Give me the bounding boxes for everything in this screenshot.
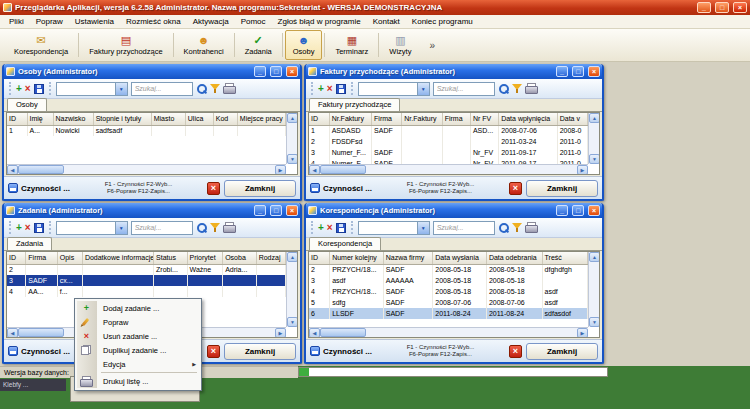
field-combobox[interactable]: ▼ — [56, 82, 128, 96]
table-row[interactable]: 4AA...f... — [7, 286, 286, 297]
menu-item-edycja[interactable]: Edycja ▶ — [76, 357, 200, 371]
menu-item-rozmiesc-okna[interactable]: Rozmieść okna — [120, 17, 187, 26]
tab[interactable]: Korespondencja — [309, 237, 381, 250]
toolbar-wizyty[interactable]: ▥ Wizyty — [381, 30, 419, 60]
menu-item-dodaj-zadanie[interactable]: + Dodaj zadanie ... — [76, 301, 200, 315]
column-header[interactable]: Firma — [442, 113, 470, 125]
scroll-up-icon[interactable]: ▲ — [589, 113, 600, 123]
child-titlebar[interactable]: Korespondencja (Administrator) _ □ × — [306, 203, 602, 218]
column-header[interactable]: ID — [309, 113, 329, 125]
close-record-icon[interactable]: × — [207, 345, 220, 358]
minimize-button[interactable]: _ — [556, 205, 568, 216]
vertical-scrollbar[interactable]: ▲ ▼ — [588, 252, 599, 327]
child-titlebar[interactable]: Zadania (Administrator) _ □ × — [4, 203, 300, 218]
scroll-up-icon[interactable]: ▲ — [287, 113, 298, 123]
tab[interactable]: Faktury przychodzące — [309, 98, 400, 111]
add-record-icon[interactable]: + — [16, 223, 22, 233]
table-row[interactable]: 1ASDASDSADFASD...2008-07-062008-0 — [309, 125, 588, 136]
actions-button[interactable]: Czynności ... — [8, 346, 70, 356]
menu-item-usun-zadanie[interactable]: × Usuń zadanie ... — [76, 329, 200, 343]
column-header[interactable]: Firma — [26, 252, 57, 264]
maximize-button[interactable]: □ — [572, 66, 584, 77]
scroll-left-icon[interactable]: ◀ — [309, 165, 320, 175]
field-combobox[interactable]: ▼ — [358, 82, 430, 96]
data-grid[interactable]: IDNr.FakturyFirmaNr.FakturyFirmaNr FVDat… — [309, 113, 588, 164]
minimize-button[interactable]: _ — [556, 66, 568, 77]
search-icon[interactable] — [498, 222, 509, 233]
search-icon[interactable] — [196, 83, 207, 94]
menu-item-aktywacja[interactable]: Aktywacja — [187, 17, 235, 26]
minimize-button[interactable]: _ — [697, 2, 711, 13]
search-icon[interactable] — [498, 83, 509, 94]
save-icon[interactable] — [336, 84, 346, 94]
table-row[interactable]: 6LLSDFSADF2011-08-242011-08-24sdfasdof — [309, 308, 588, 319]
column-header[interactable]: Dodatkowe informacje — [82, 252, 153, 264]
print-icon[interactable] — [223, 222, 235, 233]
save-icon[interactable] — [34, 223, 44, 233]
table-row[interactable]: 1A...Nowickisadfsadf — [7, 125, 286, 136]
scroll-right-icon[interactable]: ▶ — [275, 165, 286, 175]
scroll-thumb[interactable] — [18, 165, 64, 174]
column-header[interactable]: Miejsce pracy — [237, 113, 285, 125]
search-input[interactable] — [433, 221, 495, 235]
close-window-button[interactable]: Zamknij — [526, 180, 598, 197]
delete-record-icon[interactable]: × — [25, 223, 31, 233]
close-button[interactable]: × — [286, 205, 298, 216]
close-button[interactable]: × — [588, 205, 600, 216]
scroll-thumb[interactable] — [18, 328, 64, 337]
toolbar-faktury-przychodzace[interactable]: ▤ Faktury przychodzące — [81, 30, 170, 60]
close-window-button[interactable]: Zamknij — [224, 343, 296, 360]
scroll-right-icon[interactable]: ▶ — [577, 165, 588, 175]
child-titlebar[interactable]: Faktury przychodzące (Administrator) _ □… — [306, 64, 602, 79]
toolbar-overflow-chevron[interactable]: » — [429, 40, 435, 51]
toolbar-terminarz[interactable]: ▦ Terminarz — [327, 30, 376, 60]
vertical-scrollbar[interactable]: ▲ ▼ — [588, 113, 599, 164]
print-icon[interactable] — [525, 83, 537, 94]
close-button[interactable]: × — [588, 66, 600, 77]
scroll-right-icon[interactable]: ▶ — [275, 328, 286, 338]
maximize-button[interactable]: □ — [270, 66, 282, 77]
column-header[interactable]: Nr.Faktury — [329, 113, 371, 125]
horizontal-scrollbar[interactable]: ◀ ▶ — [7, 164, 286, 174]
menu-item-popraw[interactable]: Popraw — [76, 315, 200, 329]
close-button[interactable]: × — [286, 66, 298, 77]
toolbar-kontrahenci[interactable]: ☻ Kontrahenci — [176, 30, 232, 60]
menu-item-koniec-programu[interactable]: Koniec programu — [406, 17, 479, 26]
column-header[interactable]: Osoba — [223, 252, 257, 264]
maximize-button[interactable]: □ — [715, 2, 729, 13]
scroll-left-icon[interactable]: ◀ — [309, 328, 320, 338]
toolbar-zadania[interactable]: ✓ Zadania — [237, 30, 280, 60]
scroll-thumb[interactable] — [320, 165, 366, 174]
close-window-button[interactable]: Zamknij — [526, 343, 598, 360]
save-icon[interactable] — [34, 84, 44, 94]
scroll-left-icon[interactable]: ◀ — [7, 328, 18, 338]
menu-item-zglos-blad[interactable]: Zgłoś błąd w programie — [272, 17, 367, 26]
maximize-button[interactable]: □ — [270, 205, 282, 216]
delete-record-icon[interactable]: × — [327, 223, 333, 233]
scroll-down-icon[interactable]: ▼ — [589, 154, 600, 164]
close-window-button[interactable]: Zamknij — [224, 180, 296, 197]
search-icon[interactable] — [196, 222, 207, 233]
column-header[interactable]: Data v — [557, 113, 587, 125]
add-record-icon[interactable]: + — [318, 223, 324, 233]
table-row[interactable]: 3Numer_F...SADFNr_FV2011-09-172011-0 — [309, 147, 588, 158]
menu-item-pomoc[interactable]: Pomoc — [235, 17, 272, 26]
column-header[interactable]: Kod — [213, 113, 237, 125]
column-header[interactable]: Ulica — [185, 113, 213, 125]
column-header[interactable]: ID — [7, 252, 26, 264]
column-header[interactable]: Nr FV — [470, 113, 498, 125]
vertical-scrollbar[interactable]: ▲ ▼ — [286, 113, 297, 164]
add-record-icon[interactable]: + — [318, 84, 324, 94]
table-row[interactable]: 2Zrobi...WażneAdria... — [7, 264, 286, 275]
scroll-right-icon[interactable]: ▶ — [577, 328, 588, 338]
close-button[interactable]: × — [733, 2, 747, 13]
search-input[interactable] — [131, 221, 193, 235]
vertical-scrollbar[interactable]: ▲ ▼ — [286, 252, 297, 327]
print-icon[interactable] — [525, 222, 537, 233]
table-row[interactable]: 3SADFcx... — [7, 275, 286, 286]
scroll-up-icon[interactable]: ▲ — [589, 252, 600, 262]
menu-item-kontakt[interactable]: Kontakt — [367, 17, 406, 26]
column-header[interactable]: Nazwa firmy — [383, 252, 433, 264]
column-header[interactable]: Data wpłynięcia — [499, 113, 558, 125]
column-header[interactable]: Priorytet — [187, 252, 223, 264]
